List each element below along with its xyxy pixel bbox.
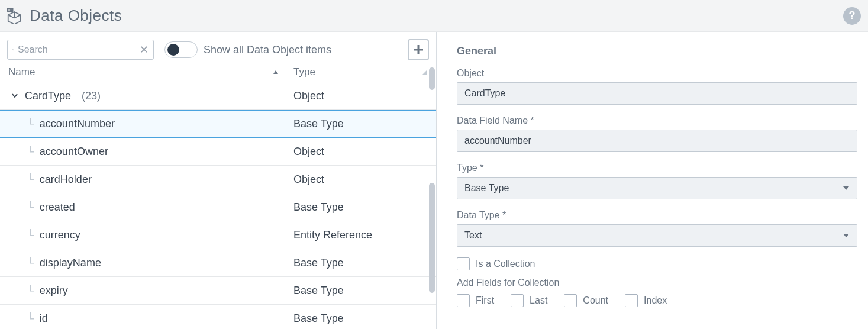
tree-branch-icon: └: [27, 118, 34, 130]
tree-row[interactable]: └currencyEntity Reference: [0, 221, 436, 249]
type-select-value: Base Type: [464, 183, 509, 193]
tree-row-name: expiry: [40, 285, 68, 297]
last-checkbox[interactable]: [511, 294, 524, 307]
svg-point-6: [12, 49, 14, 50]
tree-row[interactable]: └idBase Type: [0, 305, 436, 329]
tree-branch-icon: └: [27, 173, 34, 186]
is-collection-label: Is a Collection: [476, 259, 535, 269]
svg-text:1011: 1011: [8, 8, 15, 11]
search-input[interactable]: [18, 44, 136, 55]
tree-row-type: Base Type: [285, 285, 436, 297]
tree-row-name: cardHolder: [40, 173, 92, 186]
column-type-label: Type: [293, 66, 315, 78]
add-button[interactable]: [408, 39, 429, 60]
field-name-field[interactable]: [457, 130, 857, 152]
left-toolbar: ✕ Show all Data Object items: [0, 32, 436, 63]
svg-line-7: [14, 50, 14, 50]
tree-row-name: displayName: [40, 257, 101, 269]
search-box[interactable]: ✕: [7, 40, 154, 60]
data-objects-icon: 1011: [7, 8, 24, 24]
is-collection-checkbox[interactable]: [457, 257, 470, 270]
label-field-name: Data Field Name *: [457, 115, 857, 126]
tree-row-type: Object: [285, 146, 436, 158]
svg-marker-10: [273, 70, 278, 74]
header-bar: 1011 Data Objects ?: [0, 0, 868, 32]
index-label: Index: [644, 295, 667, 306]
tree-row[interactable]: └accountOwnerObject: [0, 138, 436, 166]
toggle-label: Show all Data Object items: [204, 44, 331, 56]
chevron-down-icon: [843, 232, 850, 239]
clear-search-icon[interactable]: ✕: [140, 43, 149, 56]
first-checkbox[interactable]: [457, 294, 470, 307]
tree-branch-icon: └: [27, 201, 34, 214]
column-header-type[interactable]: Type: [285, 66, 428, 78]
tree-parent-count: (23): [82, 90, 101, 102]
page-title: Data Objects: [30, 7, 122, 25]
tree-row[interactable]: └displayNameBase Type: [0, 249, 436, 277]
tree-row-name: currency: [40, 229, 80, 241]
tree-row-type: Base Type: [285, 201, 436, 214]
tree-parent-name: CardType: [25, 90, 71, 102]
tree-branch-icon: └: [27, 257, 34, 269]
label-object: Object: [457, 68, 857, 79]
object-field[interactable]: [457, 82, 857, 105]
chevron-down-icon: [843, 185, 850, 192]
tree-branch-icon: └: [27, 312, 34, 325]
tree-branch-icon: └: [27, 146, 34, 158]
sort-handle-icon: [422, 66, 428, 78]
tree-branch-icon: └: [27, 229, 34, 241]
sort-asc-icon: [273, 66, 279, 78]
help-button[interactable]: ?: [843, 7, 861, 25]
last-label: Last: [530, 295, 547, 306]
tree: CardType (23) Object └accountNumberBase …: [0, 82, 436, 329]
tree-parent-row[interactable]: CardType (23) Object: [0, 82, 436, 110]
tree-row-type: Base Type: [285, 257, 436, 269]
tree-row[interactable]: └expiryBase Type: [0, 277, 436, 305]
tree-row-type: Base Type: [285, 312, 436, 325]
tree-row[interactable]: └accountNumberBase Type: [0, 110, 436, 138]
tree-row-name: accountNumber: [40, 118, 115, 130]
count-checkbox[interactable]: [564, 294, 577, 307]
tree-row-type: Entity Reference: [285, 229, 436, 241]
plus-icon: [412, 44, 424, 56]
label-type: Type *: [457, 163, 857, 173]
show-all-toggle[interactable]: [164, 41, 198, 58]
tree-scrollbar[interactable]: [429, 183, 435, 293]
label-data-type: Data Type *: [457, 210, 857, 221]
first-label: First: [476, 295, 494, 306]
tree-row-name: id: [40, 312, 48, 325]
data-type-select[interactable]: Text: [457, 224, 857, 247]
tree-row-name: accountOwner: [40, 146, 108, 158]
left-pane: ✕ Show all Data Object items Name Type: [0, 32, 437, 329]
count-label: Count: [583, 295, 608, 306]
section-title-general: General: [457, 45, 857, 57]
svg-marker-11: [422, 70, 427, 75]
column-header-name[interactable]: Name: [8, 66, 285, 78]
svg-line-3: [14, 15, 21, 18]
tree-row-name: created: [40, 201, 75, 214]
search-icon: [12, 44, 14, 55]
data-type-select-value: Text: [464, 230, 482, 241]
svg-marker-13: [843, 234, 849, 237]
column-name-label: Name: [8, 66, 35, 78]
chevron-down-icon: [11, 90, 19, 102]
tree-parent-type: Object: [285, 90, 436, 102]
tree-row-type: Base Type: [285, 118, 436, 130]
tree-branch-icon: └: [27, 285, 34, 297]
tree-row[interactable]: └cardHolderObject: [0, 166, 436, 193]
add-fields-label: Add Fields for Collection: [457, 278, 857, 288]
details-pane: General Object Data Field Name * Type * …: [437, 32, 868, 329]
tree-row[interactable]: └createdBase Type: [0, 193, 436, 221]
svg-line-2: [8, 15, 15, 18]
type-select[interactable]: Base Type: [457, 177, 857, 199]
svg-marker-12: [843, 186, 849, 190]
table-header: Name Type: [0, 63, 436, 82]
index-checkbox[interactable]: [625, 294, 638, 307]
tree-row-type: Object: [285, 173, 436, 186]
